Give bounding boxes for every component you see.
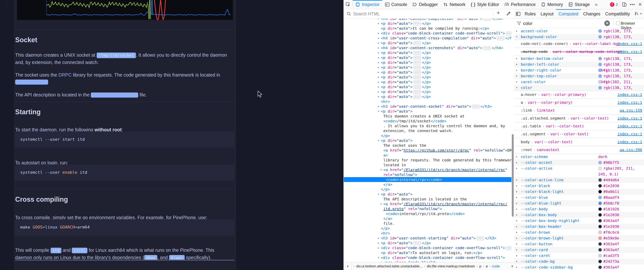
dom-node-line[interactable]: <code>internal/rpc/itd.proto</code> [344, 211, 512, 216]
dom-node-line[interactable]: <p dir="auto">To autostart on login, run… [344, 250, 512, 255]
dom-node-line[interactable]: extension, the connected watch. [344, 128, 512, 133]
tab-memory[interactable]: Memory [538, 0, 566, 9]
collapse-arrow-icon[interactable]: ▼ [378, 138, 379, 143]
computed-property-row[interactable]: ▼colorrgb(138, 173, 244) [514, 85, 644, 91]
collapse-arrow-icon[interactable]: ▼ [380, 167, 382, 172]
element-picker-button[interactable] [344, 0, 352, 9]
expand-arrow-icon[interactable]: ▶ [516, 206, 518, 212]
expand-arrow-icon[interactable]: ▶ [516, 218, 518, 224]
dom-node-line[interactable]: ▶<h3 id="user-content-starting" dir="aut… [344, 236, 512, 240]
computed-property-row[interactable]: ▶border-top-colorrgb(138, 173, 244) [514, 73, 644, 79]
dom-node-line[interactable]: ▶<p dir="auto">···</p> [344, 55, 512, 60]
dom-node-line[interactable]: ▶<p dir="auto">···</p> [344, 84, 512, 89]
color-swatch[interactable] [598, 213, 602, 217]
computed-property-row[interactable]: ▶--color-code-sidebar-bg#363a4f [514, 264, 644, 270]
breadcrumb-item[interactable]: div.ui.bottom.attached.table.unstackable… [356, 264, 422, 268]
dom-node-line[interactable]: located in [344, 163, 512, 167]
computed-property-row[interactable]: ▶--color-blue-light#5b8cf0 [514, 200, 644, 206]
tab-style-editor[interactable]: { }Style Editor [468, 0, 502, 9]
expand-arrow-icon[interactable]: ▶ [516, 79, 518, 85]
dom-node-line[interactable]: This daemon creates a UNIX socket at [344, 114, 512, 118]
computed-property-row[interactable]: ▶color-schemedark [514, 154, 644, 160]
computed-property-row[interactable]: ▶--color-active-line#494d64 [514, 177, 644, 183]
dom-node-line[interactable]: ▼<p dir="auto"> [344, 192, 512, 197]
expand-arrow-icon[interactable]: ▶ [516, 160, 518, 166]
collapsed-ellipsis-badge[interactable]: ··· [414, 241, 421, 245]
dom-node-line[interactable]: ▼<div class="code-block-container code-o… [344, 255, 512, 260]
dom-node-line[interactable]: ▶<h4 id="user-content-compilation" dir="… [344, 19, 512, 21]
dom-node-line[interactable]: library for requests. The code generated… [344, 158, 512, 163]
collapse-arrow-icon[interactable]: ▼ [516, 34, 518, 40]
dom-node-line[interactable]: <a href="https://github.com/storj/drpc" … [344, 148, 512, 153]
dom-node-line[interactable]: The socket uses the [344, 143, 512, 148]
dom-node-line[interactable]: ▶<p dir="auto">···</p> [344, 41, 512, 45]
computed-property-row[interactable]: ▶--color-box-body#1e2030 [514, 212, 644, 218]
expand-arrow-icon[interactable]: ▶ [516, 212, 518, 218]
collapsed-ellipsis-badge[interactable]: ··· [414, 66, 421, 70]
expand-arrow-icon[interactable]: ▶ [516, 56, 518, 62]
color-swatch[interactable] [598, 63, 602, 66]
create-new-node-button[interactable]: + [494, 9, 502, 16]
color-swatch[interactable] [598, 167, 602, 170]
source-link[interactable]: ua.css:159 [620, 107, 642, 114]
dom-node-line[interactable]: a> [344, 153, 512, 158]
computed-property-row[interactable]: ▶--color-activergba(202, 211, 245, 0.1) [514, 166, 644, 177]
collapsed-ellipsis-badge[interactable]: ··· [414, 95, 421, 99]
breadcrumb-item[interactable]: code [492, 264, 500, 268]
breadcrumb-item[interactable]: p [480, 264, 482, 268]
sidebar-tab-computed[interactable]: Computed [556, 9, 581, 19]
computed-property-row[interactable]: ▶--color-box-header#1e2030 [514, 224, 644, 229]
collapsed-ellipsis-badge[interactable]: ··· [414, 22, 421, 26]
itd-proto-link[interactable] [91, 92, 138, 98]
tab-debugger[interactable]: Debugger [410, 0, 440, 9]
tab-storage[interactable]: Storage [566, 0, 592, 9]
tab-console[interactable]: Console [382, 0, 410, 9]
expand-arrow-icon[interactable]: ▶ [378, 75, 379, 80]
expand-arrow-icon[interactable]: ▶ [378, 70, 379, 75]
dom-node-line[interactable]: <code>/tmp/itd/socket</code> [344, 118, 512, 123]
expand-arrow-icon[interactable]: ▶ [378, 245, 379, 250]
collapsed-ellipsis-badge[interactable]: ··· [414, 41, 421, 45]
collapse-arrow-icon[interactable]: ▼ [378, 192, 379, 197]
collapse-arrow-icon[interactable]: ▼ [378, 109, 379, 114]
dom-node-line[interactable]: ▶<div class="code-block-container code-o… [344, 245, 512, 250]
dom-node-line[interactable]: ▶<p dir="auto">···</p> [344, 21, 512, 26]
color-swatch[interactable] [598, 254, 602, 257]
pane-toggle-icon[interactable] [514, 9, 522, 19]
color-swatch[interactable] [598, 242, 602, 246]
source-link[interactable]: index.css:1 [618, 40, 642, 48]
expand-arrow-icon[interactable]: ▶ [378, 94, 379, 99]
dom-node-line[interactable]: itd.proto" rel="nofollow"> [344, 206, 512, 211]
source-link[interactable]: index.css:1 [618, 114, 642, 122]
color-swatch[interactable] [598, 236, 602, 240]
dom-node-line[interactable]: ▶<h4 id="user-content-cross-compilation"… [344, 36, 512, 41]
expand-arrow-icon[interactable]: ▶ [378, 55, 379, 60]
dom-node-line[interactable]: ▼<p dir="auto"> [344, 109, 512, 114]
expand-arrow-icon[interactable]: ▶ [378, 21, 379, 26]
browser-styles-checkbox[interactable] [616, 21, 620, 25]
computed-property-row[interactable]: ▶--color-brown-light#e59e9e [514, 235, 644, 241]
expand-arrow-icon[interactable]: ▶ [516, 183, 518, 189]
dom-node-line[interactable]: </p> [344, 133, 512, 138]
color-swatch[interactable] [598, 231, 602, 234]
close-devtools-button[interactable]: ✕ [636, 0, 644, 9]
collapsed-ellipsis-badge[interactable]: ··· [414, 71, 421, 74]
expand-arrow-icon[interactable]: ▶ [516, 200, 518, 206]
internal-rpc-link[interactable] [15, 80, 48, 85]
tab-network[interactable]: Network [440, 0, 468, 9]
color-swatch[interactable] [598, 260, 602, 263]
filter-styles-input[interactable] [523, 20, 602, 27]
expand-arrow-icon[interactable]: ▶ [378, 19, 379, 21]
sidebar-tab-layout[interactable]: Layout [538, 9, 556, 19]
computed-property-row[interactable]: ▶--color-caret#cad3f5 [514, 253, 644, 258]
dom-node-line[interactable]: ▶<h4 id="user-content-screenshots" dir="… [344, 45, 512, 50]
collapsed-ellipsis-badge[interactable]: ··· [476, 236, 484, 240]
collapsed-ellipsis-badge[interactable]: ··· [497, 36, 504, 40]
breadcrumb-scroll-left-button[interactable]: ‹ [344, 262, 352, 270]
dom-node-line[interactable]: ▶<p dir="auto">···</p> [344, 60, 512, 65]
breadcrumb-item[interactable]: div.file-view.markup.markdown [427, 264, 475, 268]
expand-arrow-icon[interactable]: ▶ [378, 80, 379, 84]
more-tools-chevron[interactable]: » [592, 0, 600, 9]
dom-node-line[interactable]: ▶<h3 id="user-content-socket" dir="auto"… [344, 104, 512, 109]
expand-arrow-icon[interactable]: ▶ [378, 236, 379, 240]
